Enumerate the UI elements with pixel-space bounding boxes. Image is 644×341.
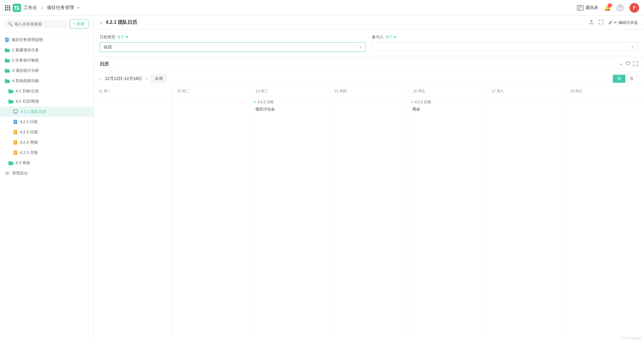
- top-nav-left: 工作台 > 项目任务管理 ▼: [5, 4, 80, 12]
- sidebar-item-label: 4.2.4 周报: [20, 140, 38, 145]
- sidebar-item-1[interactable]: 1 新建项目任务: [0, 45, 93, 55]
- refresh-icon: [625, 61, 630, 66]
- fullscreen-cal-icon: [633, 61, 638, 66]
- svg-rect-2: [14, 8, 17, 10]
- workbench-label[interactable]: 工作台: [24, 5, 37, 11]
- participant-filter: 参与人 等于 ▼ ∨: [372, 34, 638, 52]
- notification-badge: 1: [608, 3, 612, 8]
- schedule-type-equal[interactable]: 等于 ▼: [117, 35, 129, 40]
- upload-button[interactable]: [589, 20, 594, 26]
- sidebar-item-4-2-5[interactable]: 4.2.5 月报: [0, 148, 93, 158]
- sidebar-item-4-2-2[interactable]: 4.2.2 日程: [0, 117, 93, 127]
- search-icon: 🔍: [8, 22, 13, 26]
- wed-event-arrow: ▼: [253, 100, 256, 104]
- gear-icon: [5, 171, 10, 176]
- schedule-type-value: 会议: [104, 44, 112, 50]
- notification-bell[interactable]: 🔔 1: [604, 5, 611, 11]
- sidebar-item-label: 4.3 审批: [16, 160, 30, 166]
- sidebar-item-label: 2 任务执行验收: [12, 58, 39, 63]
- sidebar-item-4-1[interactable]: 4.1 目标/公告: [0, 86, 93, 96]
- calendar-fullscreen-button[interactable]: [633, 61, 638, 67]
- sidebar-search-bar: 🔍 + 新建: [0, 16, 93, 32]
- svg-point-31: [6, 172, 8, 174]
- calendar-refresh-button[interactable]: [625, 61, 630, 67]
- page-title: 4.2.1 团队日历: [106, 19, 137, 26]
- edit-icon: [608, 21, 613, 25]
- calendar-days-header: 12 周一 13 周二 14 周三 15 周四 16 周五 17 周六 18 周…: [94, 86, 644, 97]
- participant-equal[interactable]: 等于 ▼: [385, 35, 397, 40]
- app-grid-icon[interactable]: [5, 5, 10, 11]
- svg-rect-3: [17, 8, 19, 10]
- sidebar-item-label: 4.2.5 月报: [20, 150, 38, 155]
- doc-orange-icon: [13, 130, 18, 135]
- sidebar-item-2[interactable]: 2 任务执行验收: [0, 55, 93, 65]
- sidebar-item-3[interactable]: 3 项目统计分析: [0, 65, 93, 76]
- this-week-button[interactable]: 本周: [151, 75, 167, 83]
- nav-dropdown-arrow[interactable]: ▼: [76, 6, 80, 10]
- cal-cell-mon: [94, 97, 172, 335]
- doc-orange3-icon: [13, 150, 18, 155]
- schedule-type-arrow: ∨: [359, 45, 362, 49]
- upload-icon: [589, 20, 594, 24]
- sidebar-item-4-2-4[interactable]: 4.2.4 周报: [0, 137, 93, 148]
- expand-icon: [599, 20, 604, 24]
- nav-project-title[interactable]: 项目任务管理: [47, 5, 74, 11]
- cal-day-fri: 16 周五: [408, 86, 487, 96]
- fri-event-title: 4.2.2 日程: [415, 100, 431, 105]
- doc-orange2-icon: [13, 140, 18, 145]
- doc-icon: [5, 37, 9, 42]
- search-input[interactable]: [14, 22, 64, 26]
- next-week-button[interactable]: ›: [146, 76, 147, 81]
- sidebar-item-4-2[interactable]: 4.2 日历/简报: [0, 96, 93, 107]
- contacts-label: 通讯录: [585, 5, 598, 11]
- sidebar-item-label: 4.2.1 团队日历: [21, 109, 46, 114]
- cal-cell-wed: ▼ 4.2.2 日程 项目讨论会: [251, 97, 330, 335]
- view-toggle: 周 月: [613, 75, 638, 83]
- sidebar-item-4-3[interactable]: 4.3 审批: [0, 158, 93, 168]
- sidebar-item-4[interactable]: 4 其他高级功能: [0, 76, 93, 86]
- cal-cell-sat: [487, 97, 565, 335]
- sidebar-item-4-2-3[interactable]: 4.2.3 日报: [0, 127, 93, 137]
- sidebar-item-label: 4.1 目标/公告: [16, 88, 39, 94]
- nav-separator: >: [41, 5, 43, 10]
- content-area: « 4.2.1 团队日历: [94, 16, 644, 341]
- monitor-icon: [13, 110, 18, 114]
- cal-day-mon: 12 周一: [94, 86, 172, 96]
- participant-select[interactable]: ∨: [372, 42, 638, 51]
- cal-day-sun: 18 周日: [565, 86, 644, 96]
- cal-day-sat: 17 周六: [487, 86, 565, 96]
- wed-event-header: ▼ 4.2.2 日程: [253, 100, 327, 105]
- fri-event-name[interactable]: 周会: [411, 106, 484, 113]
- collapse-sidebar-button[interactable]: «: [100, 19, 103, 26]
- contacts-button[interactable]: 通讯录: [577, 5, 598, 11]
- fri-event-group: ▼ 4.2.2 日程 周会: [411, 100, 484, 113]
- sidebar-item-doc[interactable]: 项目任务管理说明: [0, 35, 93, 45]
- folder-icon: [5, 69, 10, 73]
- edit-dashboard-button[interactable]: ✏ 编辑仪表盘: [608, 20, 638, 25]
- week-view-button[interactable]: 周: [613, 75, 625, 83]
- user-avatar[interactable]: F: [630, 3, 639, 13]
- cal-cell-tue: [172, 97, 251, 335]
- sidebar-item-label: 4.2 日历/简报: [16, 99, 39, 104]
- fullscreen-button[interactable]: [599, 20, 604, 26]
- sidebar-item-label: 项目任务管理说明: [11, 37, 43, 43]
- content-header-right: ✏ 编辑仪表盘: [589, 20, 638, 26]
- participant-label: 参与人 等于 ▼: [372, 34, 638, 40]
- month-view-button[interactable]: 月: [625, 75, 638, 83]
- wed-event-name[interactable]: 项目讨论会: [254, 106, 327, 113]
- folder-icon: [5, 48, 10, 52]
- schedule-type-select[interactable]: 会议 ∨: [100, 42, 366, 52]
- schedule-type-filter: 日程类型 等于 ▼ 会议 ∨: [100, 34, 366, 52]
- calendar-nav: ‹ 12月12日-12月18日 › 本周 周 月: [94, 72, 644, 86]
- date-range-label: 12月12日-12月18日: [105, 76, 142, 81]
- wed-event-title: 4.2.2 日程: [257, 100, 274, 105]
- cal-day-tue: 13 周二: [172, 86, 251, 96]
- prev-week-button[interactable]: ‹: [100, 76, 101, 81]
- sidebar-item-4-2-1[interactable]: 4.2.1 团队日历: [0, 107, 93, 117]
- new-button[interactable]: + 新建: [69, 19, 89, 28]
- sidebar-item-label: 4 其他高级功能: [12, 78, 39, 84]
- sidebar-item-admin[interactable]: 管理后台: [0, 168, 93, 178]
- folder-icon: [8, 89, 13, 93]
- help-button[interactable]: ?: [617, 5, 623, 11]
- calendar-add-button[interactable]: +: [620, 62, 622, 67]
